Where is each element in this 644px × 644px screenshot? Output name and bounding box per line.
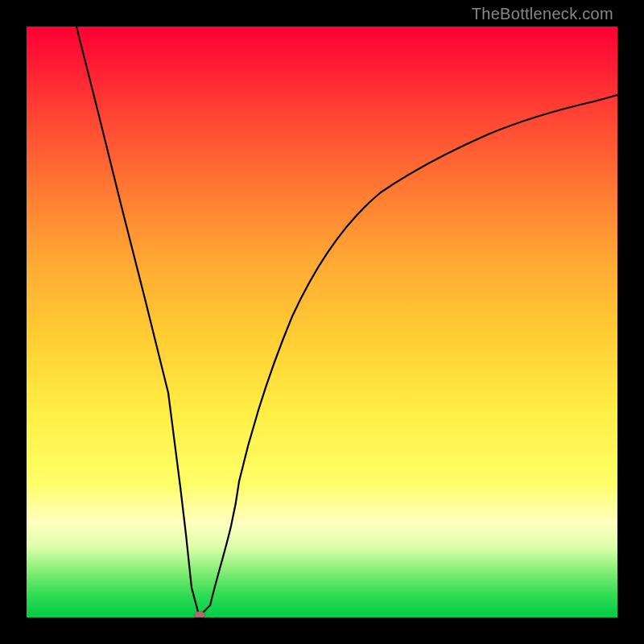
- chart-frame: TheBottleneck.com: [0, 0, 644, 644]
- watermark-text: TheBottleneck.com: [472, 5, 613, 23]
- gradient-plot-area: [27, 27, 617, 617]
